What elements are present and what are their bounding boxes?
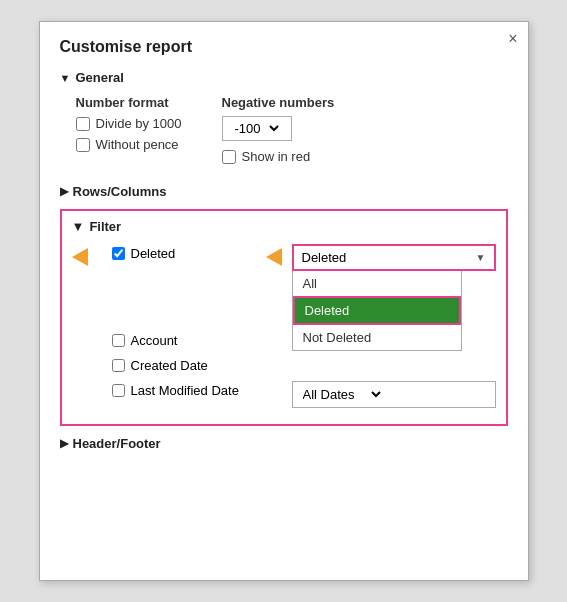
general-section: ▼ General Number format Divide by 1000 W…: [60, 70, 508, 170]
dialog-title: Customise report: [60, 38, 508, 56]
divide-by-1000-label: Divide by 1000: [96, 116, 182, 131]
header-footer-label: Header/Footer: [73, 436, 161, 451]
deleted-option-all[interactable]: All: [293, 271, 461, 296]
deleted-label-col: Deleted: [112, 244, 292, 261]
last-modified-date-filter-row: Last Modified Date All Dates This Week T…: [112, 381, 496, 408]
rows-columns-arrow-icon: ▶: [60, 185, 68, 198]
deleted-dropdown-value: Deleted: [302, 250, 347, 265]
deleted-caret-icon: ▼: [476, 252, 486, 263]
deleted-label: Deleted: [131, 246, 176, 261]
deleted-value-col: Deleted ▼ All Deleted Not Deleted: [292, 244, 496, 271]
created-date-label: Created Date: [131, 358, 208, 373]
divide-by-1000-checkbox[interactable]: [76, 117, 90, 131]
account-label-col: Account: [112, 331, 292, 348]
created-date-checkbox[interactable]: [112, 359, 125, 372]
general-label: General: [75, 70, 123, 85]
deleted-filter-row: Deleted Deleted ▼ All Deleted Not Delete…: [112, 244, 496, 271]
negative-numbers-col: Negative numbers -100 (100) Show in red: [222, 95, 335, 170]
deleted-arrow-left: [72, 248, 88, 269]
general-section-content: Number format Divide by 1000 Without pen…: [76, 95, 508, 170]
without-pence-row: Without pence: [76, 137, 182, 152]
header-footer-header[interactable]: ▶ Header/Footer: [60, 436, 508, 451]
last-modified-date-select[interactable]: All Dates This Week This Month This Year: [299, 386, 384, 403]
last-modified-date-label-col: Last Modified Date: [112, 381, 292, 398]
deleted-option-deleted[interactable]: Deleted: [293, 296, 461, 325]
deleted-arrow-right: [266, 248, 282, 269]
filter-section: ▼ Filter Deleted Deleted ▼: [60, 209, 508, 426]
rows-columns-section: ▶ Rows/Columns: [60, 184, 508, 199]
negative-numbers-select[interactable]: -100 (100): [231, 120, 282, 137]
general-two-col: Number format Divide by 1000 Without pen…: [76, 95, 508, 170]
account-label: Account: [131, 333, 178, 348]
filter-header[interactable]: ▼ Filter: [72, 219, 496, 234]
deleted-option-not-deleted[interactable]: Not Deleted: [293, 325, 461, 350]
last-modified-date-value-col: All Dates This Week This Month This Year: [292, 381, 496, 408]
number-format-label: Number format: [76, 95, 182, 110]
show-in-red-row: Show in red: [222, 149, 335, 164]
deleted-dropdown-trigger[interactable]: Deleted ▼: [292, 244, 496, 271]
show-in-red-label: Show in red: [242, 149, 311, 164]
last-modified-date-label: Last Modified Date: [131, 383, 239, 398]
number-format-col: Number format Divide by 1000 Without pen…: [76, 95, 182, 170]
general-arrow-icon: ▼: [60, 72, 71, 84]
divide-by-1000-row: Divide by 1000: [76, 116, 182, 131]
negative-numbers-dropdown[interactable]: -100 (100): [222, 116, 292, 141]
rows-columns-header[interactable]: ▶ Rows/Columns: [60, 184, 508, 199]
filter-arrow-icon: ▼: [72, 219, 85, 234]
deleted-dropdown-list: All Deleted Not Deleted: [292, 271, 462, 351]
created-date-filter-row: Created Date: [112, 356, 496, 373]
deleted-checkbox[interactable]: [112, 247, 125, 260]
show-in-red-checkbox[interactable]: [222, 150, 236, 164]
account-checkbox[interactable]: [112, 334, 125, 347]
negative-numbers-label: Negative numbers: [222, 95, 335, 110]
without-pence-label: Without pence: [96, 137, 179, 152]
header-footer-section: ▶ Header/Footer: [60, 436, 508, 451]
filter-label: Filter: [89, 219, 121, 234]
header-footer-arrow-icon: ▶: [60, 437, 68, 450]
general-section-header[interactable]: ▼ General: [60, 70, 508, 85]
rows-columns-label: Rows/Columns: [73, 184, 167, 199]
without-pence-checkbox[interactable]: [76, 138, 90, 152]
last-modified-date-dropdown[interactable]: All Dates This Week This Month This Year: [292, 381, 496, 408]
customise-report-dialog: × Customise report ▼ General Number form…: [39, 21, 529, 581]
created-date-label-col: Created Date: [112, 356, 292, 373]
last-modified-date-checkbox[interactable]: [112, 384, 125, 397]
close-button[interactable]: ×: [508, 30, 517, 48]
